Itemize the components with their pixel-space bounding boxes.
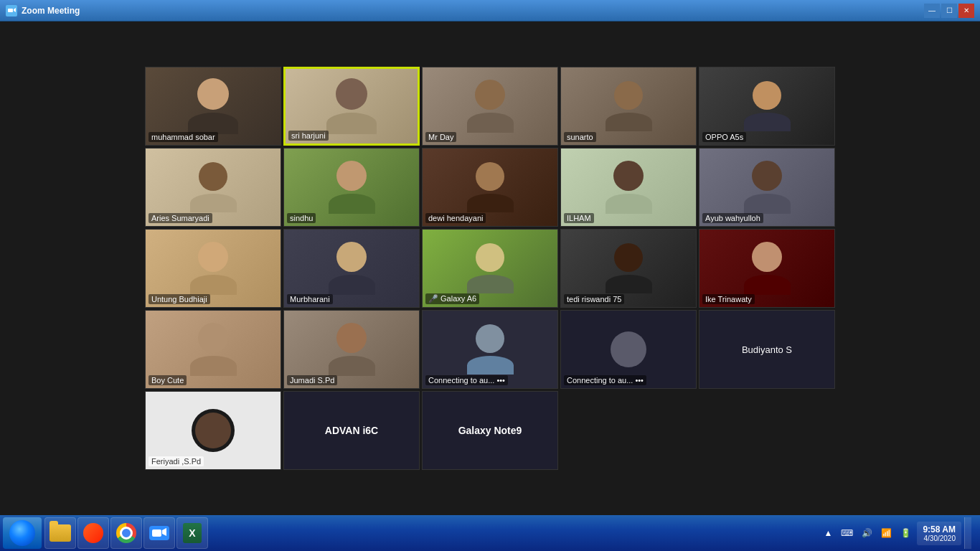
chrome-icon [116, 523, 136, 543]
folder-icon [50, 524, 71, 542]
avatar [611, 331, 646, 367]
participant-cell[interactable]: muhammad sobar [145, 67, 281, 146]
participant-cell[interactable]: tedi riswandi 75 [560, 229, 697, 308]
participant-cell[interactable]: Mr Day [422, 67, 558, 146]
participant-name: Boy Cute [149, 375, 187, 385]
participant-name: Murbharani [287, 294, 333, 304]
taskbar: X ▲ ⌨ 🔊 📶 🔋 9:58 AM 4/30/2020 [0, 515, 980, 551]
participant-cell[interactable]: Ike Trinawaty [699, 229, 835, 308]
tray-network[interactable]: 📶 [878, 527, 895, 540]
participant-cell[interactable]: OPPO A5s [699, 67, 835, 146]
minimize-button[interactable]: — [924, 4, 940, 18]
tray-battery[interactable]: 🔋 [897, 527, 914, 540]
tray-arrow[interactable]: ▲ [821, 527, 836, 540]
clock-date: 4/30/2020 [923, 534, 956, 542]
participant-name: ADVAN i6C [325, 425, 378, 436]
participant-name: OPPO A5s [702, 132, 746, 142]
participant-cell[interactable]: Boy Cute [145, 310, 281, 389]
participant-cell[interactable]: sunarto [560, 67, 697, 146]
svg-rect-2 [152, 529, 161, 537]
participant-cell[interactable]: Budiyanto S [699, 310, 835, 389]
app-icon [6, 5, 17, 17]
taskbar-right: ▲ ⌨ 🔊 📶 🔋 9:58 AM 4/30/2020 [821, 517, 977, 549]
participant-cell[interactable]: Aries Sumaryadi [145, 148, 281, 227]
participant-name: tedi riswandi 75 [564, 294, 624, 304]
participant-name: Budiyanto S [742, 344, 792, 355]
windows-logo [9, 520, 35, 546]
empty-cell [699, 391, 835, 470]
participant-cell[interactable]: ILHAM [560, 148, 697, 227]
participant-cell-active[interactable]: sri harjuni [283, 67, 420, 146]
participant-name: dewi hendayani [425, 213, 486, 223]
participant-cell[interactable]: Galaxy Note9 [422, 391, 558, 470]
participant-cell[interactable]: Feriyadi ,S.Pd [145, 391, 281, 470]
empty-cell [560, 391, 697, 470]
svg-marker-1 [14, 8, 16, 12]
clock-time: 9:58 AM [923, 524, 956, 534]
participant-name: Connecting to au... ••• [564, 375, 646, 385]
participant-cell[interactable]: ADVAN i6C [283, 391, 420, 470]
participant-cell[interactable]: Murbharani [283, 229, 420, 308]
participant-cell[interactable]: Connecting to au... ••• [560, 310, 697, 389]
close-button[interactable]: ✕ [958, 4, 974, 18]
participant-cell[interactable]: Untung Budhiaji [145, 229, 281, 308]
participant-name: Ayub wahyulloh [702, 213, 763, 223]
svg-rect-0 [8, 9, 13, 12]
title-bar: Zoom Meeting — ☐ ✕ [0, 0, 980, 22]
participant-name: sri harjuni [288, 131, 329, 141]
system-clock[interactable]: 9:58 AM 4/30/2020 [917, 522, 961, 545]
participant-name: Galaxy Note9 [458, 425, 522, 436]
participant-cell[interactable]: 🎤 Galaxy A6 [422, 229, 558, 308]
participant-cell[interactable]: Connecting to au... ••• [422, 310, 558, 389]
taskbar-app-zoom[interactable] [143, 517, 175, 549]
participant-name: sunarto [564, 132, 596, 142]
media-icon [83, 523, 103, 543]
participant-name: Connecting to au... ••• [425, 375, 508, 385]
show-desktop-button[interactable] [964, 517, 971, 549]
svg-marker-3 [162, 528, 166, 536]
taskbar-app-excel[interactable]: X [176, 517, 208, 549]
maximize-button[interactable]: ☐ [941, 4, 957, 18]
participant-name: Jumadi S.Pd [287, 375, 337, 385]
start-button[interactable] [3, 517, 42, 549]
participant-name: 🎤 Galaxy A6 [425, 293, 479, 304]
participant-grid: muhammad sobar sri harjuni Mr Day sunart… [145, 67, 835, 470]
taskbar-apps: X [44, 517, 821, 549]
participant-cell[interactable]: sindhu [283, 148, 420, 227]
participant-name: Ike Trinawaty [702, 294, 755, 304]
participant-cell[interactable]: Ayub wahyulloh [699, 148, 835, 227]
taskbar-app-explorer[interactable] [44, 517, 76, 549]
taskbar-app-chrome[interactable] [110, 517, 142, 549]
participant-name: muhammad sobar [149, 132, 218, 142]
title-bar-left: Zoom Meeting [6, 5, 80, 17]
tray-volume[interactable]: 🔊 [859, 527, 875, 540]
taskbar-app-media[interactable] [77, 517, 109, 549]
window-controls: — ☐ ✕ [924, 4, 974, 18]
participant-name: sindhu [287, 213, 316, 223]
participant-cell[interactable]: Jumadi S.Pd [283, 310, 420, 389]
tray-keyboard[interactable]: ⌨ [838, 527, 856, 540]
excel-icon: X [183, 523, 202, 543]
participant-name: Mr Day [425, 132, 456, 142]
zoom-main-content: muhammad sobar sri harjuni Mr Day sunart… [0, 22, 980, 515]
participant-name: Untung Budhiaji [149, 294, 210, 304]
participant-cell[interactable]: dewi hendayani [422, 148, 558, 227]
participant-name: Aries Sumaryadi [149, 213, 212, 223]
window-title: Zoom Meeting [22, 6, 80, 16]
zoom-icon [149, 526, 169, 540]
participant-name: Feriyadi ,S.Pd [149, 456, 204, 466]
participant-name: ILHAM [564, 213, 594, 223]
